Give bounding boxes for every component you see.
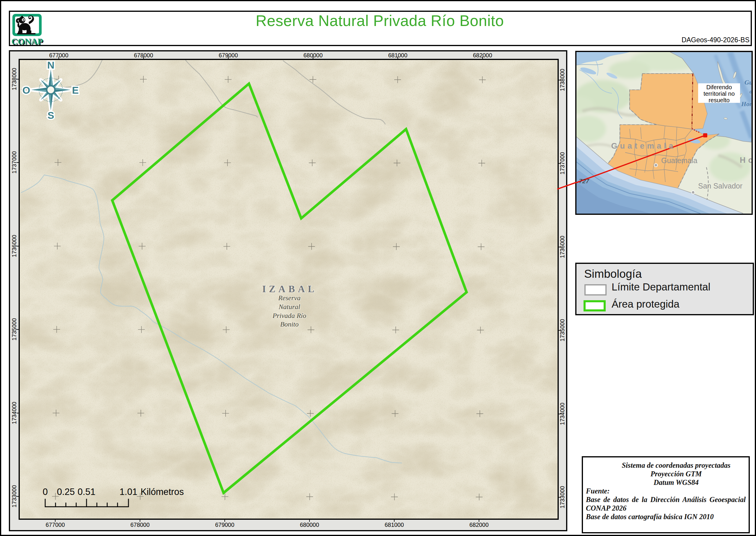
svg-text:Bonito: Bonito bbox=[280, 320, 299, 328]
svg-text:1.01: 1.01 bbox=[120, 486, 137, 497]
svg-text:Guatemala: Guatemala bbox=[611, 142, 676, 151]
svg-text:territorial no: territorial no bbox=[704, 90, 735, 97]
svg-text:0.25: 0.25 bbox=[57, 486, 75, 497]
svg-text:N: N bbox=[47, 60, 55, 71]
svg-text:Reserva: Reserva bbox=[278, 294, 300, 302]
svg-text:0.51: 0.51 bbox=[78, 486, 95, 497]
svg-text:E: E bbox=[72, 84, 79, 96]
svg-text:O: O bbox=[22, 84, 30, 96]
svg-text:Guatemala: Guatemala bbox=[661, 156, 697, 165]
svg-text:Privada Río: Privada Río bbox=[272, 312, 306, 319]
svg-text:San Salvador: San Salvador bbox=[698, 182, 742, 190]
svg-text:Ho: Ho bbox=[740, 156, 752, 165]
svg-text:Diferendo: Diferendo bbox=[707, 84, 732, 90]
svg-text:o: o bbox=[749, 89, 752, 94]
svg-text:CONAP: CONAP bbox=[12, 36, 43, 46]
svg-text:resuelto: resuelto bbox=[709, 97, 729, 103]
svg-text:Natural: Natural bbox=[278, 303, 300, 311]
svg-text:Gu: Gu bbox=[744, 79, 752, 86]
svg-text:0: 0 bbox=[43, 486, 47, 497]
svg-text:IZABAL: IZABAL bbox=[262, 284, 317, 294]
svg-text:727: 727 bbox=[579, 178, 589, 184]
svg-text:S: S bbox=[47, 110, 54, 121]
svg-text:Kilómetros: Kilómetros bbox=[141, 486, 184, 497]
svg-text:Hon: Hon bbox=[741, 100, 752, 108]
